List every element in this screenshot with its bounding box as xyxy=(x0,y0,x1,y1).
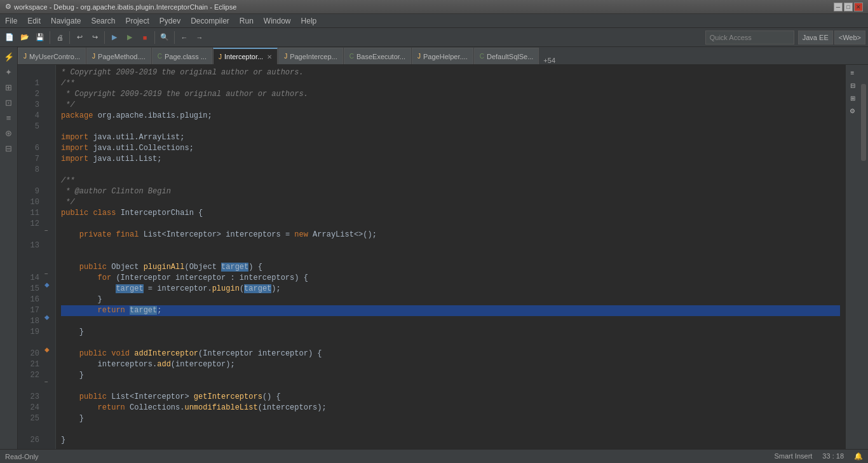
tab-icon-pagemethod: J xyxy=(92,53,95,60)
gutter: − − − − ◆ ◆ ◆ xyxy=(43,65,56,449)
perspective-switcher: Java EE <Web> xyxy=(798,31,865,45)
tab-pagemethod[interactable]: J PageMethod.... xyxy=(86,48,151,64)
back-btn[interactable]: ← xyxy=(177,31,191,45)
close-button[interactable]: ✕ xyxy=(854,3,863,11)
menu-run[interactable]: Run xyxy=(234,14,259,28)
redo-btn[interactable]: ↪ xyxy=(88,31,102,45)
save-btn[interactable]: 💾 xyxy=(33,31,47,45)
minimize-button[interactable]: ─ xyxy=(834,3,843,11)
menu-decompiler[interactable]: Decompiler xyxy=(186,14,234,28)
workspace-icon: ⚙ xyxy=(5,3,11,11)
sep2 xyxy=(69,31,70,44)
tab-label-myusercontro: MyUserContro... xyxy=(29,53,80,60)
fold-all-icon[interactable]: ⊟ xyxy=(848,80,858,90)
settings-icon[interactable]: ⚙ xyxy=(848,106,858,116)
tab-interceptor[interactable]: J Interceptor... ✕ xyxy=(213,48,278,64)
tab-pagehelper[interactable]: J PageHelper.... xyxy=(412,48,473,64)
sidebar-icon-2[interactable]: ✦ xyxy=(2,65,16,79)
menu-edit[interactable]: Edit xyxy=(22,14,46,28)
tab-label-interceptor: Interceptor... xyxy=(224,53,263,60)
sidebar-icon-6[interactable]: ⊛ xyxy=(2,126,16,140)
quick-access-label: Quick Access xyxy=(710,34,752,41)
toolbar: 📄 📂 💾 🖨 ↩ ↪ ▶ ▶ ■ 🔍 ← → Quick Access Jav… xyxy=(0,28,868,47)
new-btn[interactable]: 📄 xyxy=(3,31,17,45)
status-bar: Read-Only Smart Insert 33 : 18 🔔 xyxy=(0,449,868,463)
forward-btn[interactable]: → xyxy=(193,31,207,45)
undo-btn[interactable]: ↩ xyxy=(72,31,86,45)
sidebar-icon-3[interactable]: ⊞ xyxy=(2,80,16,94)
fold-marker-1[interactable]: − xyxy=(44,227,48,234)
tab-label-pagehelper: PageHelper.... xyxy=(423,53,468,60)
tab-close-interceptor[interactable]: ✕ xyxy=(267,53,272,60)
status-notifications[interactable]: 🔔 xyxy=(854,452,863,460)
bookmark-1[interactable]: ◆ xyxy=(44,281,50,288)
perspective-web[interactable]: <Web> xyxy=(834,31,865,45)
main-area: ⚡ ✦ ⊞ ⊡ ≡ ⊛ ⊟ J MyUserContro... J PageMe… xyxy=(0,47,868,449)
scroll-track[interactable] xyxy=(859,65,868,449)
tab-bar: J MyUserContro... J PageMethod.... C Pag… xyxy=(18,47,868,65)
right-sidebar: ≡ ⊟ ⊞ ⚙ xyxy=(845,65,859,449)
fold-marker-2[interactable]: − xyxy=(44,270,48,277)
sep5 xyxy=(174,31,175,44)
maximize-button[interactable]: □ xyxy=(844,3,853,11)
sidebar-icon-5[interactable]: ≡ xyxy=(2,111,16,125)
sidebar-icon-4[interactable]: ⊡ xyxy=(2,95,16,109)
outline-icon[interactable]: ≡ xyxy=(848,67,858,78)
tab-icon-defaultsqlse: C xyxy=(480,53,484,60)
tab-overflow[interactable]: +54 xyxy=(539,57,559,64)
title-bar-left: ⚙ workspace - Debug - org.apache.ibatis.… xyxy=(5,3,236,11)
sep3 xyxy=(104,31,105,44)
open-btn[interactable]: 📂 xyxy=(18,31,32,45)
perspective-java-ee[interactable]: Java EE xyxy=(798,31,833,45)
tab-label-baseexecutor: BaseExecutor... xyxy=(356,53,405,60)
print-btn[interactable]: 🖨 xyxy=(53,31,67,45)
stop-btn[interactable]: ■ xyxy=(138,31,152,45)
bookmark-3[interactable]: ◆ xyxy=(44,346,50,353)
tab-icon-pageintercep: J xyxy=(284,53,287,60)
tab-myusercontro[interactable]: J MyUserContro... xyxy=(18,48,86,64)
line-numbers: 1 2 3 4 5 6 7 8 9 10 11 12 13 14 15 xyxy=(18,65,43,449)
scroll-thumb[interactable] xyxy=(861,84,866,161)
menu-help[interactable]: Help xyxy=(296,14,322,28)
menu-pydev[interactable]: Pydev xyxy=(154,14,186,28)
sep4 xyxy=(154,31,155,44)
tab-icon-interceptor: J xyxy=(219,53,222,60)
tab-pageintercep[interactable]: J PageIntercep... xyxy=(278,48,343,64)
expand-all-icon[interactable]: ⊞ xyxy=(848,93,858,103)
menu-window[interactable]: Window xyxy=(259,14,296,28)
tab-label-defaultsqlse: DefaultSqlSe... xyxy=(487,53,533,60)
fold-marker-4[interactable]: − xyxy=(44,378,48,385)
tab-defaultsqlse[interactable]: C DefaultSqlSe... xyxy=(474,48,539,64)
title-bar: ⚙ workspace - Debug - org.apache.ibatis.… xyxy=(0,0,868,14)
tab-icon-pageclass: C xyxy=(158,53,162,60)
tab-pageclass[interactable]: C Page.class ... xyxy=(152,48,212,64)
menu-navigate[interactable]: Navigate xyxy=(46,14,86,28)
bookmark-2[interactable]: ◆ xyxy=(44,314,50,321)
title-bar-controls[interactable]: ─ □ ✕ xyxy=(834,3,863,11)
menu-file[interactable]: File xyxy=(0,14,22,28)
status-readonly[interactable]: Read-Only xyxy=(5,453,39,460)
tab-icon-pagehelper: J xyxy=(417,53,421,60)
menu-bar: File Edit Navigate Search Project Pydev … xyxy=(0,14,868,28)
run-btn[interactable]: ▶ xyxy=(123,31,137,45)
sep1 xyxy=(50,31,50,44)
quick-access-input[interactable]: Quick Access xyxy=(705,31,794,45)
status-position[interactable]: 33 : 18 xyxy=(822,452,844,460)
editor-area: J MyUserContro... J PageMethod.... C Pag… xyxy=(18,47,868,449)
debug-btn[interactable]: ▶ xyxy=(107,31,121,45)
sidebar-icon-7[interactable]: ⊟ xyxy=(2,141,16,155)
tab-label-pagemethod: PageMethod.... xyxy=(98,53,146,60)
tab-icon-baseexecutor: C xyxy=(349,53,354,60)
code-content[interactable]: * Copyright 2009-2019 the original autho… xyxy=(56,65,845,449)
menu-project[interactable]: Project xyxy=(120,14,154,28)
search-tool-btn[interactable]: 🔍 xyxy=(158,31,172,45)
sidebar-icon-1[interactable]: ⚡ xyxy=(2,50,16,64)
tab-baseexecutor[interactable]: C BaseExecutor... xyxy=(344,48,411,64)
status-insert-mode[interactable]: Smart Insert xyxy=(774,452,812,460)
menu-search[interactable]: Search xyxy=(86,14,120,28)
vertical-scrollbar[interactable] xyxy=(859,65,868,449)
tab-label-pageintercep: PageIntercep... xyxy=(290,53,337,60)
code-editor: 1 2 3 4 5 6 7 8 9 10 11 12 13 14 15 xyxy=(18,65,868,449)
tab-icon-myusercontro: J xyxy=(24,53,27,60)
title-text: workspace - Debug - org.apache.ibatis.pl… xyxy=(14,3,236,11)
